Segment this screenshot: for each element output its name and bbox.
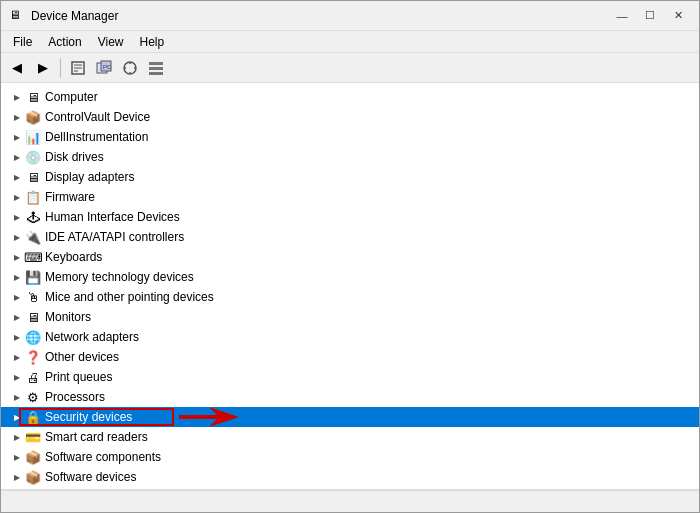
menu-help[interactable]: Help [132,31,173,53]
tree-item-humaninterface[interactable]: ▶🕹Human Interface Devices [1,207,699,227]
view-icon [148,60,164,76]
tree-item-printqueues[interactable]: ▶🖨Print queues [1,367,699,387]
item-icon-softwaredevices: 📦 [25,469,41,485]
item-icon-humaninterface: 🕹 [25,209,41,225]
item-label-displayadapters: Display adapters [45,170,134,184]
properties-button[interactable] [66,56,90,80]
item-label-dellinstrumentation: DellInstrumentation [45,130,148,144]
item-icon-displayadapters: 🖥 [25,169,41,185]
tree-item-memorytechnology[interactable]: ▶💾Memory technology devices [1,267,699,287]
tree-item-ideata[interactable]: ▶🔌IDE ATA/ATAPI controllers [1,227,699,247]
tree-item-displayadapters[interactable]: ▶🖥Display adapters [1,167,699,187]
expand-arrow-computer[interactable]: ▶ [9,89,25,105]
tree-view[interactable]: ▶🖥Computer▶📦ControlVault Device▶📊DellIns… [1,83,699,489]
svg-rect-14 [149,72,163,75]
item-label-firmware: Firmware [45,190,95,204]
expand-arrow-firmware[interactable]: ▶ [9,189,25,205]
expand-arrow-securitydevices[interactable]: ▶ [9,409,25,425]
device-manager-window: 🖥 Device Manager — ☐ ✕ File Action View … [0,0,700,513]
tree-item-monitors[interactable]: ▶🖥Monitors [1,307,699,327]
item-icon-securitydevices: 🔒 [25,409,41,425]
expand-arrow-monitors[interactable]: ▶ [9,309,25,325]
tree-item-dellinstrumentation[interactable]: ▶📊DellInstrumentation [1,127,699,147]
update-driver-button[interactable]: PC [92,56,116,80]
window-icon: 🖥 [9,8,25,24]
expand-arrow-mice[interactable]: ▶ [9,289,25,305]
item-label-controlvault: ControlVault Device [45,110,150,124]
tree-item-soundvideo[interactable]: ▶🔊Sound, video and game controllers [1,487,699,489]
expand-arrow-printqueues[interactable]: ▶ [9,369,25,385]
tree-item-softwaredevices[interactable]: ▶📦Software devices [1,467,699,487]
expand-arrow-diskdrives[interactable]: ▶ [9,149,25,165]
item-icon-otherdevices: ❓ [25,349,41,365]
item-label-smartcardreaders: Smart card readers [45,430,148,444]
toolbar: ◀ ▶ PC [1,53,699,83]
item-icon-computer: 🖥 [25,89,41,105]
item-label-softwarecomponents: Software components [45,450,161,464]
item-icon-keyboards: ⌨ [25,249,41,265]
tree-item-controlvault[interactable]: ▶📦ControlVault Device [1,107,699,127]
expand-arrow-dellinstrumentation[interactable]: ▶ [9,129,25,145]
item-label-diskdrives: Disk drives [45,150,104,164]
item-icon-monitors: 🖥 [25,309,41,325]
minimize-button[interactable]: — [609,5,635,27]
menu-view[interactable]: View [90,31,132,53]
item-icon-dellinstrumentation: 📊 [25,129,41,145]
item-icon-controlvault: 📦 [25,109,41,125]
expand-arrow-ideata[interactable]: ▶ [9,229,25,245]
svg-rect-12 [149,62,163,65]
item-label-processors: Processors [45,390,105,404]
item-label-printqueues: Print queues [45,370,112,384]
view-button[interactable] [144,56,168,80]
expand-arrow-networkadapters[interactable]: ▶ [9,329,25,345]
menu-file[interactable]: File [5,31,40,53]
expand-arrow-controlvault[interactable]: ▶ [9,109,25,125]
tree-item-networkadapters[interactable]: ▶🌐Network adapters [1,327,699,347]
item-label-monitors: Monitors [45,310,91,324]
item-label-networkadapters: Network adapters [45,330,139,344]
back-button[interactable]: ◀ [5,56,29,80]
tree-item-securitydevices[interactable]: ▶🔒Security devices [1,407,699,427]
item-label-ideata: IDE ATA/ATAPI controllers [45,230,184,244]
expand-arrow-otherdevices[interactable]: ▶ [9,349,25,365]
scan-button[interactable] [118,56,142,80]
tree-item-processors[interactable]: ▶⚙Processors [1,387,699,407]
menu-action[interactable]: Action [40,31,89,53]
svg-rect-13 [149,67,163,70]
item-icon-memorytechnology: 💾 [25,269,41,285]
expand-arrow-displayadapters[interactable]: ▶ [9,169,25,185]
item-icon-firmware: 📋 [25,189,41,205]
title-bar: 🖥 Device Manager — ☐ ✕ [1,1,699,31]
expand-arrow-processors[interactable]: ▶ [9,389,25,405]
tree-item-keyboards[interactable]: ▶⌨Keyboards [1,247,699,267]
scan-icon [122,60,138,76]
expand-arrow-memorytechnology[interactable]: ▶ [9,269,25,285]
tree-item-otherdevices[interactable]: ▶❓Other devices [1,347,699,367]
expand-arrow-humaninterface[interactable]: ▶ [9,209,25,225]
tree-item-mice[interactable]: ▶🖱Mice and other pointing devices [1,287,699,307]
item-label-mice: Mice and other pointing devices [45,290,214,304]
tree-item-firmware[interactable]: ▶📋Firmware [1,187,699,207]
item-label-softwaredevices: Software devices [45,470,136,484]
item-label-computer: Computer [45,90,98,104]
item-icon-networkadapters: 🌐 [25,329,41,345]
forward-button[interactable]: ▶ [31,56,55,80]
toolbar-separator-1 [60,58,61,78]
item-label-humaninterface: Human Interface Devices [45,210,180,224]
window-title: Device Manager [31,9,118,23]
item-icon-mice: 🖱 [25,289,41,305]
tree-item-softwarecomponents[interactable]: ▶📦Software components [1,447,699,467]
item-icon-diskdrives: 💿 [25,149,41,165]
expand-arrow-softwarecomponents[interactable]: ▶ [9,449,25,465]
menu-bar: File Action View Help [1,31,699,53]
item-icon-smartcardreaders: 💳 [25,429,41,445]
item-label-keyboards: Keyboards [45,250,102,264]
expand-arrow-smartcardreaders[interactable]: ▶ [9,429,25,445]
tree-item-smartcardreaders[interactable]: ▶💳Smart card readers [1,427,699,447]
tree-item-diskdrives[interactable]: ▶💿Disk drives [1,147,699,167]
maximize-button[interactable]: ☐ [637,5,663,27]
close-button[interactable]: ✕ [665,5,691,27]
item-icon-processors: ⚙ [25,389,41,405]
expand-arrow-softwaredevices[interactable]: ▶ [9,469,25,485]
tree-item-computer[interactable]: ▶🖥Computer [1,87,699,107]
